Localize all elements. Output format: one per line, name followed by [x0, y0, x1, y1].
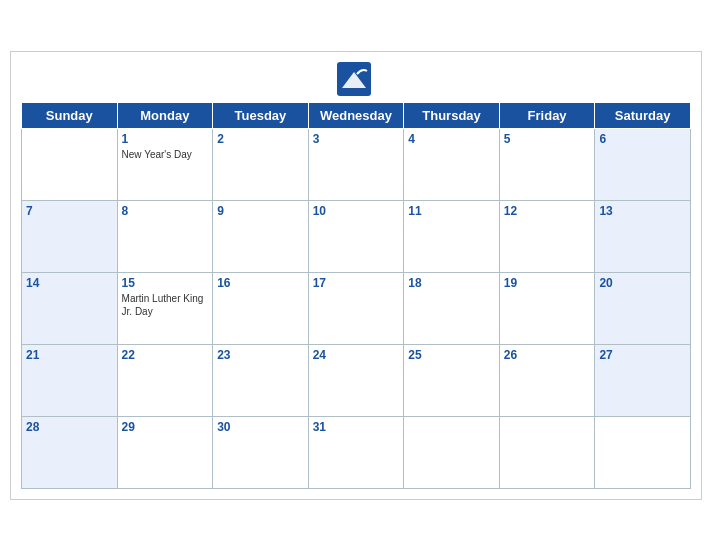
day-number: 30 — [217, 420, 304, 434]
calendar-day-cell: 30 — [213, 416, 309, 488]
calendar-week-row: 78910111213 — [22, 200, 691, 272]
calendar-thead: Sunday Monday Tuesday Wednesday Thursday… — [22, 102, 691, 128]
calendar-day-cell: 29 — [117, 416, 213, 488]
calendar-day-cell: 23 — [213, 344, 309, 416]
calendar-day-cell: 24 — [308, 344, 404, 416]
holiday-name: Martin Luther King Jr. Day — [122, 292, 209, 318]
day-number: 29 — [122, 420, 209, 434]
calendar-day-cell: 13 — [595, 200, 691, 272]
day-number: 25 — [408, 348, 495, 362]
day-number: 6 — [599, 132, 686, 146]
header-sunday: Sunday — [22, 102, 118, 128]
day-number: 26 — [504, 348, 591, 362]
calendar-day-cell: 21 — [22, 344, 118, 416]
calendar-table: Sunday Monday Tuesday Wednesday Thursday… — [21, 102, 691, 489]
calendar-week-row: 28293031 — [22, 416, 691, 488]
day-number: 15 — [122, 276, 209, 290]
day-number: 27 — [599, 348, 686, 362]
calendar-day-cell: 3 — [308, 128, 404, 200]
day-number: 13 — [599, 204, 686, 218]
day-number: 8 — [122, 204, 209, 218]
day-number: 1 — [122, 132, 209, 146]
calendar-day-cell: 1New Year's Day — [117, 128, 213, 200]
calendar-day-cell: 19 — [499, 272, 595, 344]
day-number: 11 — [408, 204, 495, 218]
day-number: 22 — [122, 348, 209, 362]
day-header-row: Sunday Monday Tuesday Wednesday Thursday… — [22, 102, 691, 128]
day-number: 21 — [26, 348, 113, 362]
calendar-container: Sunday Monday Tuesday Wednesday Thursday… — [10, 51, 702, 500]
calendar-day-cell: 18 — [404, 272, 500, 344]
holiday-name: New Year's Day — [122, 148, 209, 161]
calendar-day-cell: 7 — [22, 200, 118, 272]
day-number: 5 — [504, 132, 591, 146]
calendar-day-cell: 20 — [595, 272, 691, 344]
header-thursday: Thursday — [404, 102, 500, 128]
calendar-day-cell: 11 — [404, 200, 500, 272]
day-number: 24 — [313, 348, 400, 362]
calendar-day-cell: 9 — [213, 200, 309, 272]
calendar-day-cell: 17 — [308, 272, 404, 344]
day-number: 14 — [26, 276, 113, 290]
day-number: 12 — [504, 204, 591, 218]
day-number: 7 — [26, 204, 113, 218]
brand — [337, 62, 375, 96]
calendar-day-cell: 8 — [117, 200, 213, 272]
header-saturday: Saturday — [595, 102, 691, 128]
calendar-week-row: 1New Year's Day23456 — [22, 128, 691, 200]
day-number: 28 — [26, 420, 113, 434]
calendar-day-cell: 22 — [117, 344, 213, 416]
calendar-header — [21, 62, 691, 96]
calendar-day-cell: 28 — [22, 416, 118, 488]
header-friday: Friday — [499, 102, 595, 128]
day-number: 17 — [313, 276, 400, 290]
day-number: 2 — [217, 132, 304, 146]
calendar-body: 1New Year's Day23456789101112131415Marti… — [22, 128, 691, 488]
day-number: 31 — [313, 420, 400, 434]
day-number: 9 — [217, 204, 304, 218]
calendar-day-cell: 27 — [595, 344, 691, 416]
calendar-day-cell: 4 — [404, 128, 500, 200]
calendar-day-cell: 6 — [595, 128, 691, 200]
day-number: 20 — [599, 276, 686, 290]
header-wednesday: Wednesday — [308, 102, 404, 128]
calendar-day-cell: 14 — [22, 272, 118, 344]
calendar-day-cell: 26 — [499, 344, 595, 416]
calendar-week-row: 1415Martin Luther King Jr. Day1617181920 — [22, 272, 691, 344]
day-number: 10 — [313, 204, 400, 218]
calendar-day-cell — [595, 416, 691, 488]
header-tuesday: Tuesday — [213, 102, 309, 128]
calendar-day-cell: 10 — [308, 200, 404, 272]
header-monday: Monday — [117, 102, 213, 128]
calendar-day-cell — [404, 416, 500, 488]
day-number: 18 — [408, 276, 495, 290]
calendar-day-cell: 2 — [213, 128, 309, 200]
calendar-day-cell: 25 — [404, 344, 500, 416]
day-number: 4 — [408, 132, 495, 146]
calendar-week-row: 21222324252627 — [22, 344, 691, 416]
calendar-day-cell: 31 — [308, 416, 404, 488]
generalblue-logo-icon — [337, 62, 371, 96]
calendar-day-cell — [499, 416, 595, 488]
calendar-day-cell: 5 — [499, 128, 595, 200]
calendar-day-cell: 12 — [499, 200, 595, 272]
day-number: 3 — [313, 132, 400, 146]
calendar-day-cell: 16 — [213, 272, 309, 344]
calendar-day-cell: 15Martin Luther King Jr. Day — [117, 272, 213, 344]
day-number: 23 — [217, 348, 304, 362]
calendar-day-cell — [22, 128, 118, 200]
day-number: 16 — [217, 276, 304, 290]
day-number: 19 — [504, 276, 591, 290]
